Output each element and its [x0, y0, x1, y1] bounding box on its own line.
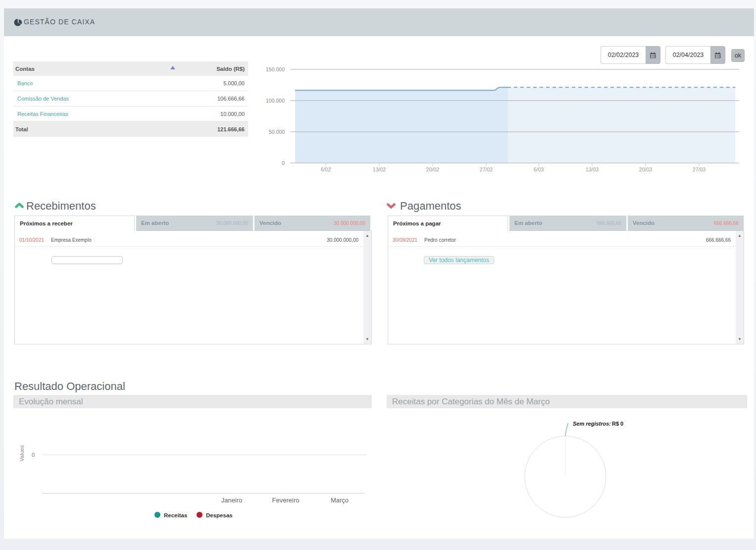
svg-text:20/03: 20/03 [639, 166, 652, 172]
svg-text:13/02: 13/02 [373, 166, 386, 172]
svg-text:50.000: 50.000 [269, 129, 285, 135]
svg-text:27/02: 27/02 [480, 166, 493, 172]
svg-text:R$ 0: R$ 0 [612, 421, 623, 427]
svg-text:150.000: 150.000 [266, 66, 285, 72]
svg-text:Receitas: Receitas [164, 512, 187, 518]
svg-text:Janeiro: Janeiro [221, 496, 243, 504]
svg-text:Fevereiro: Fevereiro [272, 496, 300, 504]
svg-text:Values: Values [19, 445, 25, 461]
svg-text:100.000: 100.000 [266, 98, 285, 104]
svg-text:Despesas: Despesas [206, 512, 233, 518]
svg-text:0: 0 [282, 160, 285, 166]
svg-text:Sem registros:: Sem registros: [573, 421, 611, 427]
svg-text:20/02: 20/02 [426, 166, 439, 172]
svg-text:27/03: 27/03 [693, 166, 706, 172]
svg-text:13/03: 13/03 [586, 166, 599, 172]
svg-text:6/03: 6/03 [534, 166, 544, 172]
svg-text:6/02: 6/02 [321, 166, 331, 172]
svg-text:Março: Março [331, 496, 349, 504]
svg-text:0: 0 [32, 452, 35, 458]
